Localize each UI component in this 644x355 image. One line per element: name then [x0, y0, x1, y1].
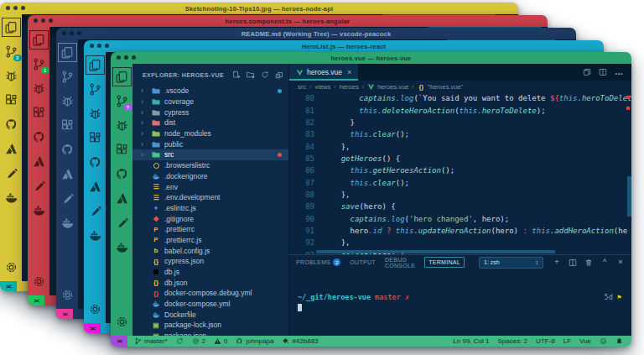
remote-indicator[interactable]: >< — [56, 309, 73, 319]
tree-item-db.js[interactable]: db.js — [132, 267, 288, 278]
tree-item-.vscode[interactable]: ›.vscode — [132, 86, 288, 97]
activity-source-control[interactable]: 3 — [4, 44, 18, 59]
open-changes-icon[interactable] — [583, 68, 591, 76]
close-window-button[interactable] — [90, 44, 94, 48]
maximize-window-button[interactable] — [132, 55, 136, 60]
window-controls[interactable] — [34, 18, 53, 23]
activity-extensions[interactable] — [4, 93, 18, 107]
title-bar[interactable]: HeroList.js — heroes-react — [84, 40, 604, 52]
title-bar[interactable]: README.md (Working Tree) — vscode-peacoc… — [56, 28, 576, 39]
tree-item-.env[interactable]: ☰.env — [132, 181, 288, 192]
panel-tab-terminal[interactable]: TERMINAL — [424, 257, 465, 268]
activity-docker[interactable] — [88, 228, 102, 243]
terminal[interactable]: ~/_git/heroes-vue master ✗5d ⚑ — [289, 269, 631, 336]
activity-settings[interactable] — [32, 274, 46, 289]
close-window-button[interactable] — [117, 55, 121, 60]
new-file-icon[interactable] — [232, 70, 241, 79]
tree-item-dist[interactable]: ›dist — [132, 117, 288, 128]
new-folder-icon[interactable] — [247, 70, 255, 79]
activity-files[interactable] — [88, 58, 102, 72]
activity-source-control[interactable] — [60, 70, 75, 84]
activity-azure[interactable] — [115, 191, 129, 206]
close-panel-icon[interactable]: × — [616, 258, 625, 267]
activity-azure[interactable] — [88, 180, 102, 194]
tree-item-.eslintrc.js[interactable]: ●.eslintrc.js — [132, 203, 288, 214]
activity-docker[interactable] — [60, 216, 75, 230]
maximize-panel-icon[interactable]: ^ — [600, 258, 609, 267]
status-item-master-[interactable]: master* — [134, 337, 168, 345]
remote-indicator[interactable]: >< — [28, 295, 44, 305]
activity-debug[interactable] — [88, 107, 102, 121]
tree-item-cypress[interactable]: ›cypress — [132, 107, 288, 117]
status-item-spaces-2[interactable]: Spaces: 2 — [497, 337, 527, 345]
tree-item-.prettierrc[interactable]: P.prettierrc — [132, 224, 288, 235]
minimize-window-button[interactable] — [13, 6, 18, 10]
code-editor[interactable]: 80 captains.log(`You said you want to de… — [289, 92, 631, 254]
activity-docker[interactable] — [32, 203, 46, 217]
activity-hand-pen[interactable] — [60, 191, 75, 206]
tree-item-node_modules[interactable]: ›node_modules — [132, 128, 288, 139]
activity-hand-pen[interactable] — [32, 179, 46, 193]
tree-item-Dockerfile[interactable]: Dockerfile — [132, 309, 288, 320]
remote-indicator[interactable]: >< — [0, 281, 17, 291]
activity-hand-pen[interactable] — [4, 166, 18, 180]
status-item-0[interactable]: 0 — [214, 337, 227, 345]
status-item-vue[interactable]: Vue — [579, 337, 591, 345]
activity-github[interactable] — [60, 143, 75, 157]
status-item-lf[interactable]: LF — [564, 337, 571, 345]
tree-item-.prettierrc.js[interactable]: P.prettierrc.js — [132, 235, 288, 246]
activity-source-control[interactable]: ? — [115, 94, 129, 108]
title-bar[interactable]: heroes.component.ts — heroes-angular — [28, 15, 548, 27]
tree-item-.env.development[interactable]: ☰.env.development — [132, 192, 288, 203]
tree-item-src[interactable]: ›src — [132, 149, 288, 160]
activity-files[interactable] — [32, 33, 46, 47]
activity-docker[interactable] — [115, 240, 129, 254]
tree-item-.dockerignore[interactable]: .dockerignore — [132, 171, 288, 182]
tree-item-docker-compose.debug.yml[interactable]: {}docker-compose.debug.yml — [132, 288, 288, 299]
tree-item-public[interactable]: ›public — [132, 138, 288, 149]
activity-files[interactable] — [4, 20, 18, 34]
status-item[interactable] — [615, 337, 623, 345]
panel-tab-debug-console[interactable]: DEBUG CONSOLE — [385, 257, 415, 269]
tab-heroes-vue[interactable]: heroes.vue × — [289, 64, 359, 81]
maximize-window-button[interactable] — [105, 44, 109, 48]
activity-extensions[interactable] — [32, 106, 46, 120]
activity-source-control[interactable]: 1 — [32, 57, 46, 71]
split-editor-icon[interactable] — [599, 68, 607, 76]
status-item[interactable] — [176, 337, 184, 345]
activity-extensions[interactable] — [88, 131, 102, 145]
status-item-2[interactable]: 2 — [192, 337, 205, 345]
editor-hscrollbar[interactable] — [316, 250, 555, 253]
activity-debug[interactable] — [4, 69, 18, 83]
terminal-select[interactable]: 1: zsh ↕ — [479, 257, 543, 269]
more-icon[interactable]: … — [615, 68, 623, 76]
activity-azure[interactable] — [60, 167, 75, 181]
status-item-utf-8[interactable]: UTF-8 — [536, 337, 555, 345]
tree-item-db.json[interactable]: {}db.json — [132, 277, 288, 288]
activity-hand-pen[interactable] — [88, 204, 102, 218]
minimize-window-button[interactable] — [97, 44, 101, 48]
activity-files[interactable] — [115, 70, 129, 84]
remote-indicator[interactable]: >< — [84, 323, 101, 333]
tree-item-.browserslistrc[interactable]: .browserslistrc — [132, 160, 288, 171]
status-item--42b883[interactable]: #42b883 — [282, 337, 318, 345]
activity-source-control[interactable] — [88, 82, 102, 97]
activity-debug[interactable] — [60, 94, 75, 108]
close-tab-icon[interactable]: × — [347, 68, 351, 76]
title-bar[interactable]: Sketchnoting-10-Tips10.jpg — heroes-node… — [0, 3, 518, 14]
kill-terminal-icon[interactable] — [584, 258, 593, 267]
remote-indicator[interactable]: >< — [111, 336, 127, 347]
activity-azure[interactable] — [4, 142, 18, 156]
split-terminal-icon[interactable] — [569, 258, 577, 267]
tree-item-babel.config.js[interactable]: bbabel.config.js — [132, 245, 288, 256]
title-bar[interactable]: heroes.vue — heroes-vue — [111, 52, 631, 64]
maximize-window-button[interactable] — [77, 31, 81, 35]
tree-item-coverage[interactable]: ›coverage — [132, 97, 288, 107]
activity-settings[interactable] — [115, 315, 129, 329]
activity-settings[interactable] — [60, 288, 75, 302]
panel-tab-problems[interactable]: PROBLEMS2 — [296, 258, 340, 266]
tree-item-.gitignore[interactable]: ◆.gitignore — [132, 213, 288, 224]
minimize-window-button[interactable] — [41, 18, 45, 23]
tree-item-package-lock.json[interactable]: ▣package-lock.json — [132, 320, 288, 331]
activity-settings[interactable] — [88, 302, 102, 316]
